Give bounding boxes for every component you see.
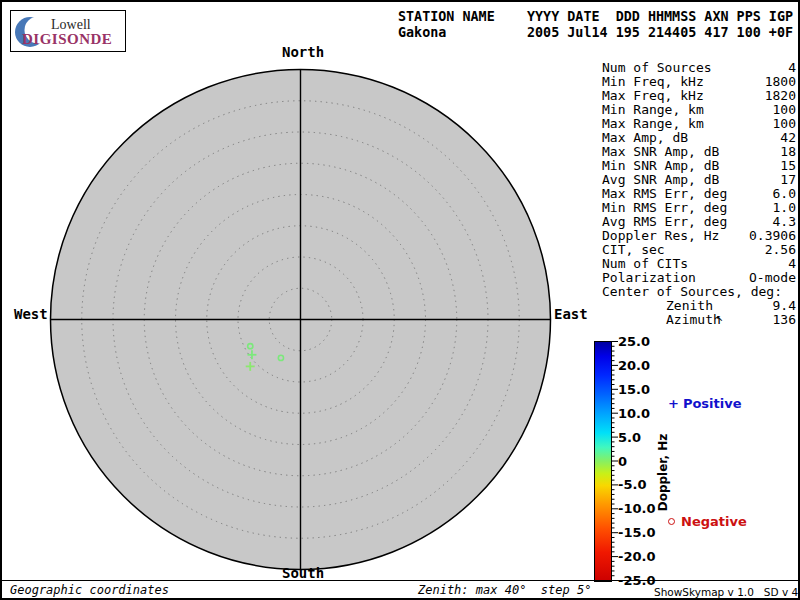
stat-row: Max Range, km100 <box>602 117 796 131</box>
stat-row: Doppler Res, Hz0.3906 <box>602 229 796 243</box>
stat-row: Max Freq, kHz1820 <box>602 89 796 103</box>
doppler-colorbar <box>594 341 612 582</box>
stat-value: 4 <box>788 61 796 75</box>
stat-label: Min SNR Amp, dB <box>602 159 719 173</box>
stat-row: Num of Sources4 <box>602 61 796 75</box>
stat-row: Azimuth136 <box>602 313 796 327</box>
stat-label: Max Amp, dB <box>602 131 688 145</box>
stat-value: 17 <box>780 173 796 187</box>
stat-value: 15 <box>780 159 796 173</box>
plus-marker-icon: + <box>668 396 679 411</box>
stat-row: Zenith9.4 <box>602 299 796 313</box>
stat-value: 136 <box>773 313 796 327</box>
stat-value: 4.3 <box>773 215 796 229</box>
legend-positive-label: Positive <box>683 396 742 411</box>
stat-label: Max SNR Amp, dB <box>602 145 719 159</box>
stat-label: Doppler Res, Hz <box>602 229 719 243</box>
station-header-values: Gakona 2005 Jul14 195 214405 417 100 +0F <box>398 25 793 40</box>
stat-label: CIT, sec <box>602 243 665 257</box>
stat-label: Num of CITs <box>602 257 688 271</box>
stat-value: 2.56 <box>765 243 796 257</box>
stat-label: Avg RMS Err, deg <box>602 215 727 229</box>
colorbar-tick-label: 10.0 <box>618 406 650 421</box>
colorbar-tick-label: -5.0 <box>618 477 646 492</box>
stat-value: 1820 <box>765 89 796 103</box>
colorbar-tick-label: -20.0 <box>618 549 655 564</box>
stat-row: Max SNR Amp, dB18 <box>602 145 796 159</box>
stat-label: Num of Sources <box>602 61 712 75</box>
stat-label: Avg SNR Amp, dB <box>602 173 719 187</box>
stat-label: Azimuth <box>666 313 721 327</box>
legend-negative-label: Negative <box>681 514 747 529</box>
stat-value: 9.4 <box>773 299 796 313</box>
stat-label: Max Range, km <box>602 117 704 131</box>
stat-label: Polarization <box>602 271 696 285</box>
stat-label: Zenith <box>666 299 713 313</box>
stat-label: Min RMS Err, deg <box>602 201 727 215</box>
compass-label-south: South <box>282 565 324 581</box>
stat-row: CIT, sec2.56 <box>602 243 796 257</box>
stat-value: 0.3906 <box>749 229 796 243</box>
stat-value: 100 <box>773 103 796 117</box>
stat-row: Min Range, km100 <box>602 103 796 117</box>
stat-value: 6.0 <box>773 187 796 201</box>
colorbar-tick-label: 25.0 <box>618 334 650 349</box>
mouse-cursor-icon: ↖ <box>716 310 723 324</box>
stat-value: 18 <box>780 145 796 159</box>
stat-value: 42 <box>780 131 796 145</box>
stat-row: Num of CITs4 <box>602 257 796 271</box>
stat-label: Min Freq, kHz <box>602 75 704 89</box>
stat-row: Max RMS Err, deg6.0 <box>602 187 796 201</box>
colorbar-tick-label: 15.0 <box>618 382 650 397</box>
stat-value: 1.0 <box>773 201 796 215</box>
legend-positive: +Positive <box>668 396 742 411</box>
colorbar-tick-label: 20.0 <box>618 358 650 373</box>
compass-label-west: West <box>14 306 48 322</box>
stat-value: O-mode <box>749 271 796 285</box>
logo-digisonde-text: DIGISONDE <box>22 31 112 48</box>
stat-label: Max Freq, kHz <box>602 89 704 103</box>
stats-panel: Num of Sources4Min Freq, kHz1800Max Freq… <box>602 61 796 327</box>
stat-value: 1800 <box>765 75 796 89</box>
legend-negative: Negative <box>668 514 747 529</box>
compass-label-east: East <box>554 306 588 322</box>
stat-row: PolarizationO-mode <box>602 271 796 285</box>
footer-zenith-note: Zenith: max 40° step 5° <box>418 583 591 597</box>
stat-row: Avg RMS Err, deg4.3 <box>602 215 796 229</box>
stat-row: Min RMS Err, deg1.0 <box>602 201 796 215</box>
stat-row: Avg SNR Amp, dB17 <box>602 173 796 187</box>
stat-value: 4 <box>788 257 796 271</box>
stat-row: Min Freq, kHz1800 <box>602 75 796 89</box>
stat-row: Min SNR Amp, dB15 <box>602 159 796 173</box>
station-header-columns: STATION NAME YYYY DATE DDD HHMMSS AXN PP… <box>398 9 793 24</box>
stat-value: 100 <box>773 117 796 131</box>
circle-marker-icon <box>668 518 675 525</box>
stat-label: Max RMS Err, deg <box>602 187 727 201</box>
footer-coordinates-note: Geographic coordinates <box>10 583 169 597</box>
compass-label-north: North <box>282 44 324 60</box>
footer-divider <box>2 580 798 581</box>
digisonde-logo: Lowell DIGISONDE <box>10 10 126 52</box>
showskymap-window: Lowell DIGISONDE STATION NAME YYYY DATE … <box>0 0 800 600</box>
footer-version-text: ShowSkymap v 1.0 SD v 4.2 <box>654 586 800 598</box>
stat-row: Center of Sources, deg: <box>602 285 796 299</box>
stat-label: Min Range, km <box>602 103 704 117</box>
station-header: STATION NAME YYYY DATE DDD HHMMSS AXN PP… <box>398 9 793 41</box>
colorbar-tick-label: -10.0 <box>618 501 655 516</box>
colorbar-tick-label: -15.0 <box>618 525 655 540</box>
stat-label: Center of Sources, deg: <box>602 285 782 299</box>
stat-row: Max Amp, dB42 <box>602 131 796 145</box>
colorbar-tick-label: 0 <box>618 454 627 469</box>
colorbar-tick-label: 5.0 <box>618 430 641 445</box>
